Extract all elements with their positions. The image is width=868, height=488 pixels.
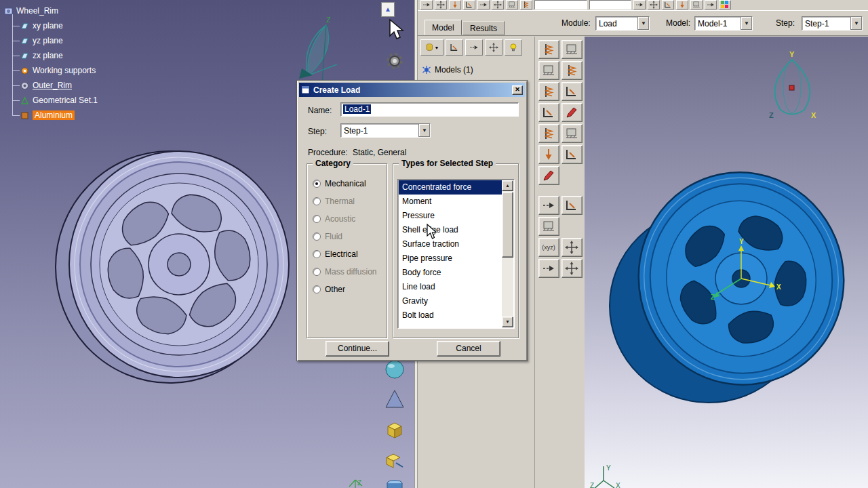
- bc-tool-icon[interactable]: [561, 196, 583, 215]
- chevron-down-icon[interactable]: ▼: [741, 17, 752, 30]
- model-database-combo[interactable]: ▼: [420, 39, 443, 56]
- view-tool-icon[interactable]: [420, 0, 433, 9]
- supports-icon: [20, 66, 29, 75]
- model-combo[interactable]: Model-1 ▼: [694, 16, 753, 30]
- load-tool-icon[interactable]: [561, 61, 583, 80]
- load-tool-icon[interactable]: [538, 103, 559, 122]
- category-option-mechanical[interactable]: Mechanical: [313, 175, 376, 192]
- load-type-option[interactable]: Shell edge load: [399, 223, 502, 237]
- module-combo[interactable]: Load ▼: [595, 16, 650, 30]
- filter-icon[interactable]: [465, 39, 483, 56]
- load-types-list[interactable]: Concentrated force Moment Pressure Shell…: [397, 179, 515, 329]
- predefined-field-tool-icon[interactable]: [538, 217, 559, 236]
- view-tool-icon[interactable]: [435, 0, 447, 9]
- tree-item-outer-rim[interactable]: Outer_Rim: [20, 78, 98, 93]
- view-tool-icon[interactable]: [705, 0, 717, 9]
- bc-tool-icon[interactable]: [538, 145, 559, 164]
- load-tool-icon[interactable]: [561, 40, 583, 59]
- tab-model[interactable]: Model: [425, 20, 462, 35]
- pad-tool-icon[interactable]: [382, 417, 407, 441]
- view-tool-icon[interactable]: [449, 0, 461, 9]
- dialog-title: Create Load: [313, 85, 360, 95]
- abaqus-3d-viewport[interactable]: Y X Z Y Z X Y Z X: [585, 37, 868, 488]
- scroll-up-icon[interactable]: ▲: [502, 180, 513, 191]
- cone-tool-icon[interactable]: [382, 387, 407, 411]
- query-icon[interactable]: [485, 39, 502, 56]
- cancel-button[interactable]: Cancel: [437, 341, 500, 357]
- load-tool-icon[interactable]: [561, 82, 583, 101]
- category-option-other[interactable]: Other: [313, 281, 376, 298]
- datum-axis-tool-icon[interactable]: [561, 238, 583, 257]
- catia-compass-icon[interactable]: Z: [288, 10, 353, 85]
- tree-item-working-supports[interactable]: Working supports: [20, 63, 98, 78]
- load-tool-icon[interactable]: [561, 103, 583, 122]
- tab-results[interactable]: Results: [462, 21, 505, 35]
- expand-tree-icon[interactable]: [446, 39, 463, 56]
- material-icon: [20, 111, 29, 120]
- create-load-tool-icon[interactable]: [538, 40, 559, 59]
- view-tool-icon[interactable]: [506, 0, 518, 9]
- load-type-option[interactable]: Moment: [399, 195, 502, 209]
- view-tool-icon[interactable]: [676, 0, 688, 9]
- tree-item-yz-plane[interactable]: yz plane: [20, 33, 98, 48]
- load-tool-icon[interactable]: [561, 124, 583, 143]
- load-type-option[interactable]: Line load: [399, 280, 502, 294]
- bc-tool-icon[interactable]: [561, 145, 583, 164]
- load-type-option[interactable]: Surface traction: [399, 237, 502, 251]
- edit-field-tool-icon[interactable]: [538, 166, 559, 185]
- load-tool-icon[interactable]: [538, 124, 559, 143]
- load-type-option[interactable]: Concentrated force: [399, 180, 502, 195]
- tips-icon[interactable]: [505, 39, 522, 56]
- view-tool-icon[interactable]: [492, 0, 504, 9]
- translate-tool-icon[interactable]: [538, 259, 559, 278]
- shaft-tool-icon[interactable]: [382, 476, 407, 488]
- gear-icon[interactable]: [385, 52, 404, 70]
- load-type-option[interactable]: Pipe pressure: [399, 251, 502, 266]
- tree-item-wheel-rim[interactable]: Wheel_Rim: [4, 3, 98, 18]
- category-group: Category Mechanical Thermal Acoustic Flu…: [307, 163, 387, 338]
- tree-item-zx-plane[interactable]: zx plane: [20, 48, 98, 63]
- close-icon[interactable]: ✕: [512, 85, 523, 95]
- amplitude-tool-icon[interactable]: [538, 196, 559, 215]
- view-tool-icon[interactable]: [520, 0, 532, 9]
- view-tool-icon[interactable]: [648, 0, 660, 9]
- svg-text:Y: Y: [789, 50, 795, 58]
- datum-point-tool-icon[interactable]: [561, 259, 583, 278]
- view-tool-icon[interactable]: [477, 0, 490, 9]
- pocket-tool-icon[interactable]: [382, 447, 407, 471]
- svg-text:X: X: [616, 482, 620, 488]
- load-type-option[interactable]: Body force: [399, 266, 502, 280]
- step-combo[interactable]: Step-1 ▼: [802, 16, 863, 30]
- load-tool-icon[interactable]: [538, 61, 559, 80]
- load-type-option[interactable]: Gravity: [399, 294, 502, 308]
- list-scrollbar[interactable]: ▲ ▼: [502, 180, 513, 327]
- category-option-electrical[interactable]: Electrical: [313, 245, 376, 263]
- view-tool-icon[interactable]: [662, 0, 674, 9]
- scroll-down-icon[interactable]: ▼: [502, 317, 513, 327]
- view-tool-icon[interactable]: [690, 0, 703, 9]
- chevron-down-icon[interactable]: ▼: [637, 17, 649, 30]
- dialog-step-combo[interactable]: Step-1 ▼: [340, 123, 431, 138]
- tree-item-xy-plane[interactable]: xy plane: [20, 18, 98, 33]
- tree-item-models[interactable]: Models (1): [422, 65, 473, 75]
- tree-item-aluminium[interactable]: Aluminium: [20, 108, 98, 123]
- toolbar-field[interactable]: [589, 0, 631, 9]
- load-type-option[interactable]: Pressure: [399, 209, 502, 223]
- coordinate-system-tool-icon[interactable]: (xyz): [538, 238, 559, 257]
- view-tool-icon[interactable]: [633, 0, 646, 9]
- toolbar-field[interactable]: [534, 0, 587, 9]
- chevron-down-icon[interactable]: ▼: [418, 124, 430, 137]
- tree-item-geometrical-set[interactable]: Geometrical Set.1: [20, 93, 98, 108]
- chevron-down-icon[interactable]: ▼: [850, 17, 862, 30]
- view-tool-icon[interactable]: [463, 0, 475, 9]
- scroll-up-button[interactable]: ▲: [381, 2, 395, 17]
- continue-button[interactable]: Continue...: [326, 341, 389, 357]
- scrollbar-thumb[interactable]: [502, 192, 513, 258]
- dialog-titlebar[interactable]: Create Load ✕: [299, 83, 525, 97]
- load-tool-icon[interactable]: [538, 82, 559, 101]
- select-cursor-icon[interactable]: [388, 18, 406, 40]
- name-input[interactable]: Load-1: [340, 102, 519, 117]
- radio-icon: [313, 285, 321, 293]
- render-style-icon[interactable]: [719, 0, 731, 9]
- load-type-option[interactable]: Bolt load: [399, 308, 502, 323]
